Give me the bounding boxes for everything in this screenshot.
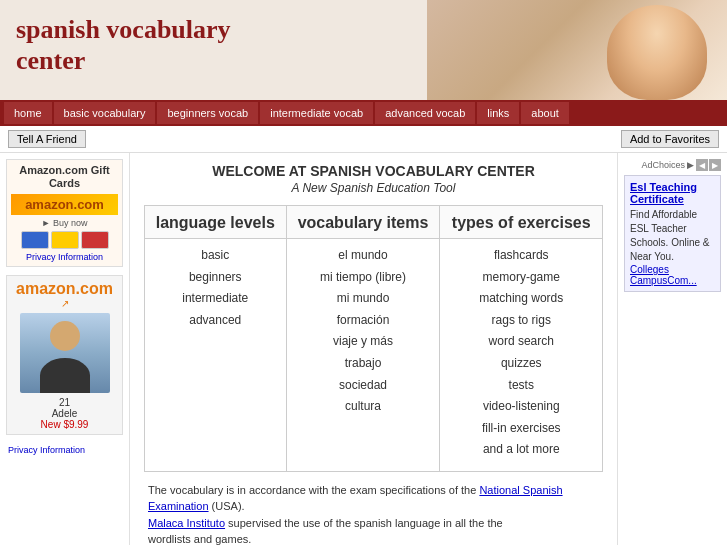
list-item: basic: [153, 245, 278, 267]
list-item: sociedad: [295, 375, 432, 397]
amazon-privacy-link[interactable]: Privacy Information: [11, 252, 118, 262]
esl-ad-title[interactable]: Esl Teaching Certificate: [630, 181, 715, 205]
list-item: advanced: [153, 310, 278, 332]
celeb-number: 21: [11, 397, 118, 408]
list-item: intermediate: [153, 288, 278, 310]
tell-a-friend-button[interactable]: Tell A Friend: [8, 130, 86, 148]
vocabulary-items-cell: el mundo mi tiempo (libre) mi mundo form…: [286, 239, 440, 472]
list-item: cultura: [295, 396, 432, 418]
main-wrapper: Amazon.com Gift Cards amazon.com ► Buy n…: [0, 153, 727, 545]
nav-intermediate-vocab[interactable]: intermediate vocab: [260, 102, 373, 124]
nav-home[interactable]: home: [4, 102, 52, 124]
amazon-logo-text: amazon.com: [11, 194, 118, 215]
list-item: quizzes: [448, 353, 594, 375]
list-item: word search: [448, 331, 594, 353]
adchoices-bar: AdChoices ▶ ◀ ▶: [624, 159, 721, 171]
esl-ad-text: Find Affordable ESL Teacher Schools. Onl…: [630, 208, 715, 264]
features-table: language levels vocabulary items types o…: [144, 205, 603, 472]
nav-advanced-vocab[interactable]: advanced vocab: [375, 102, 475, 124]
action-bar: Tell A Friend Add to Favorites: [0, 126, 727, 153]
nav-bar: home basic vocabulary beginners vocab in…: [0, 100, 727, 126]
adchoices-label: AdChoices: [641, 160, 685, 170]
bottom-description: The vocabulary is in accordance with the…: [144, 482, 603, 545]
bottom-text-line2: (USA).: [212, 500, 245, 512]
ad-prev-button[interactable]: ◀: [696, 159, 708, 171]
welcome-title: WELCOME AT SPANISH VOCABULARY CENTER: [144, 163, 603, 179]
list-item: viaje y más: [295, 331, 432, 353]
amazon-smile: ↗: [11, 298, 118, 309]
page-header: spanish vocabulary center: [0, 0, 727, 100]
center-content: WELCOME AT SPANISH VOCABULARY CENTER A N…: [130, 153, 617, 545]
malaca-link[interactable]: Malaca Instituto: [148, 517, 225, 529]
esl-ad-link[interactable]: Colleges CampusCom...: [630, 264, 715, 286]
bottom-text-line3: supervised the use of the spanish langua…: [228, 517, 503, 529]
list-item: fill-in exercises: [448, 418, 594, 440]
celeb-price: New $9.99: [11, 419, 118, 430]
language-levels-cell: basic beginners intermediate advanced: [145, 239, 287, 472]
list-item: rags to rigs: [448, 310, 594, 332]
amazon-celeb-ad[interactable]: amazon.com ↗ 21 Adele New $9.99: [6, 275, 123, 435]
adchoices-triangle-icon: ▶: [687, 160, 694, 170]
amazon-logo: amazon.com: [11, 280, 118, 298]
add-to-favorites-button[interactable]: Add to Favorites: [621, 130, 719, 148]
site-title: spanish vocabulary center: [16, 14, 231, 76]
list-item: beginners: [153, 267, 278, 289]
amazon-tagline: ► Buy now: [11, 218, 118, 228]
right-sidebar: AdChoices ▶ ◀ ▶ Esl Teaching Certificate…: [617, 153, 727, 545]
nav-about[interactable]: about: [521, 102, 569, 124]
ad-next-button[interactable]: ▶: [709, 159, 721, 171]
list-item: trabajo: [295, 353, 432, 375]
welcome-subtitle: A New Spanish Education Tool: [144, 181, 603, 195]
vocabulary-items-header: vocabulary items: [286, 206, 440, 239]
header-image: [427, 0, 727, 100]
celeb-name: Adele: [11, 408, 118, 419]
adchoices-navigation[interactable]: ◀ ▶: [696, 159, 721, 171]
amazon-gift-cards-icons: [11, 231, 118, 249]
amazon-gift-cards-ad[interactable]: Amazon.com Gift Cards amazon.com ► Buy n…: [6, 159, 123, 267]
amazon-ad-title: Amazon.com Gift Cards: [11, 164, 118, 190]
gift-card-blue: [21, 231, 49, 249]
nav-links[interactable]: links: [477, 102, 519, 124]
esl-ad[interactable]: Esl Teaching Certificate Find Affordable…: [624, 175, 721, 292]
amazon-privacy-link-2[interactable]: Privacy Information: [6, 443, 123, 457]
celeb-image: [20, 313, 110, 393]
left-sidebar: Amazon.com Gift Cards amazon.com ► Buy n…: [0, 153, 130, 545]
gift-card-yellow: [51, 231, 79, 249]
list-item: video-listening: [448, 396, 594, 418]
language-levels-header: language levels: [145, 206, 287, 239]
list-item: tests: [448, 375, 594, 397]
list-item: el mundo: [295, 245, 432, 267]
nav-basic-vocab[interactable]: basic vocabulary: [54, 102, 156, 124]
bottom-text-line1: The vocabulary is in accordance with the…: [148, 484, 476, 496]
exercises-cell: flashcards memory-game matching words ra…: [440, 239, 603, 472]
list-item: flashcards: [448, 245, 594, 267]
list-item: matching words: [448, 288, 594, 310]
gift-card-red: [81, 231, 109, 249]
list-item: formación: [295, 310, 432, 332]
list-item: memory-game: [448, 267, 594, 289]
bottom-text-line4: wordlists and games.: [148, 533, 251, 545]
nav-beginners-vocab[interactable]: beginners vocab: [157, 102, 258, 124]
types-of-exercises-header: types of exercises: [440, 206, 603, 239]
list-item: and a lot more: [448, 439, 594, 461]
list-item: mi tiempo (libre): [295, 267, 432, 289]
list-item: mi mundo: [295, 288, 432, 310]
